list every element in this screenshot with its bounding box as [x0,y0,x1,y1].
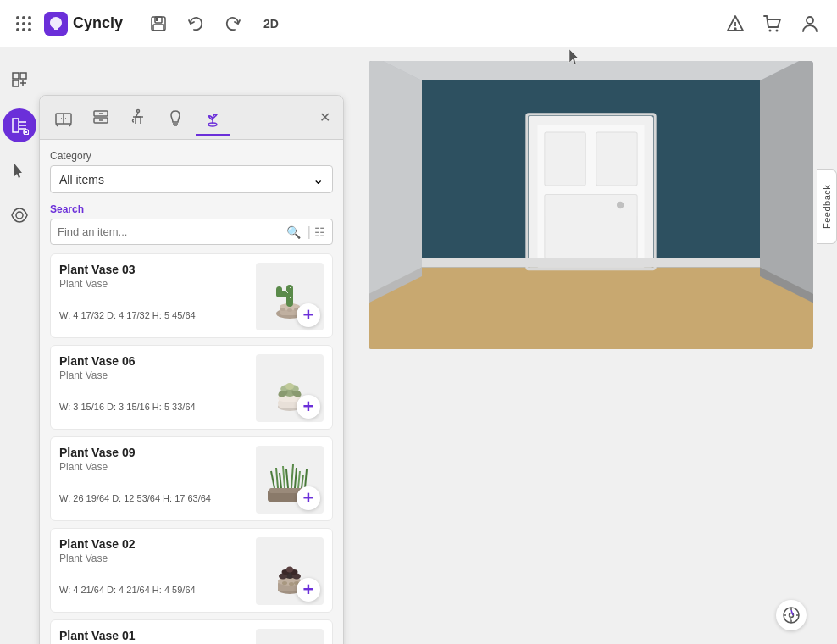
item-dims: W: 26 19/64 D: 12 53/64 H: 17 63/64 [59,493,256,503]
user-button[interactable] [793,7,827,41]
list-item: Plant Vase 09 Plant Vase W: 26 19/64 D: … [50,436,333,521]
item-name: Plant Vase 06 [59,354,256,368]
svg-line-75 [298,471,300,488]
item-dims: W: 4 17/32 D: 4 17/32 H: 5 45/64 [59,310,256,320]
catalog-button[interactable] [3,108,36,142]
item-info: Plant Vase 01 [59,629,256,642]
svg-point-2 [28,16,31,19]
draw-tool-button[interactable] [4,64,35,95]
svg-point-48 [280,308,285,311]
svg-line-68 [271,471,274,488]
svg-marker-95 [760,61,813,303]
item-subtype: Plant Vase [59,552,256,564]
svg-point-81 [282,581,287,585]
item-info: Plant Vase 06 Plant Vase W: 3 15/16 D: 3… [59,354,256,412]
compass-button[interactable] [776,600,807,630]
add-item-button[interactable]: + [297,578,320,602]
svg-line-72 [286,469,288,488]
item-subtype: Plant Vase [59,278,256,290]
svg-point-3 [16,22,19,25]
feedback-button[interactable]: Feedback [817,169,837,244]
svg-point-82 [289,582,294,586]
list-item: Plant Vase 03 Plant Vase W: 4 17/32 D: 4… [50,253,333,338]
panel-header: ✕ [40,96,343,140]
redo-button[interactable] [218,8,248,39]
list-item: Plant Vase 01 + [50,619,333,644]
item-name: Plant Vase 03 [59,263,256,276]
cart-button[interactable] [756,7,790,41]
tab-lighting[interactable] [158,101,192,135]
svg-rect-11 [153,25,164,31]
item-info: Plant Vase 09 Plant Vase W: 26 19/64 D: … [59,446,256,503]
svg-point-5 [28,22,31,25]
tab-plants[interactable] [196,101,230,135]
view-2d-button[interactable]: 2D [255,14,287,34]
view-button[interactable] [4,200,35,230]
svg-line-71 [283,466,285,488]
add-item-button[interactable]: + [297,395,320,419]
item-card-top: Plant Vase 09 Plant Vase W: 26 19/64 D: … [59,446,324,514]
item-card-top: Plant Vase 06 Plant Vase W: 3 15/16 D: 3… [59,354,324,422]
tab-furniture[interactable] [47,101,80,135]
svg-point-4 [22,22,25,25]
item-card-top: Plant Vase 03 Plant Vase W: 4 17/32 D: 4… [59,263,324,330]
svg-rect-23 [13,119,19,132]
svg-point-65 [285,383,294,390]
svg-line-69 [276,468,278,488]
svg-line-73 [291,464,293,488]
catalog-panel: ✕ Category All items ⌄ Search 🔍 | ☷ Plan… [39,95,344,644]
tab-storage[interactable] [84,101,118,135]
grid-menu-button[interactable] [10,10,37,37]
svg-line-114 [791,610,793,615]
svg-rect-18 [13,73,19,79]
add-item-button[interactable]: + [297,303,320,327]
svg-line-74 [295,468,297,488]
panel-close-button[interactable]: ✕ [313,106,336,130]
select-tool-button[interactable] [4,156,35,186]
svg-point-14 [734,28,736,30]
item-thumbnail: + [256,537,324,605]
svg-line-76 [302,475,303,488]
top-toolbar: Cyncly 2D [0,0,837,47]
svg-point-1 [22,16,25,19]
tab-plumbing[interactable] [121,101,155,135]
svg-point-17 [807,17,813,24]
category-select[interactable]: All items ⌄ [50,165,333,193]
svg-point-103 [617,202,624,208]
save-button[interactable] [143,8,174,39]
logo-icon [44,12,68,36]
items-list: Plant Vase 03 Plant Vase W: 4 17/32 D: 4… [50,253,333,644]
3d-viewport [369,61,813,349]
add-item-button[interactable]: + [297,486,320,510]
list-item: Plant Vase 02 Plant Vase W: 4 21/64 D: 4… [50,528,333,613]
viewport-inner [369,61,813,349]
warning-button[interactable] [718,7,752,41]
filter-icon[interactable]: ☷ [314,225,325,239]
search-icon: 🔍 [286,225,301,239]
item-name: Plant Vase 09 [59,446,256,459]
svg-point-30 [16,212,23,219]
list-item: Plant Vase 06 Plant Vase W: 3 15/16 D: 3… [50,345,333,430]
svg-rect-105 [422,258,760,268]
item-info: Plant Vase 03 Plant Vase W: 4 17/32 D: 4… [59,263,256,320]
chevron-down-icon: ⌄ [313,171,324,187]
item-dims: W: 3 15/16 D: 3 15/16 H: 5 33/64 [59,402,256,412]
svg-rect-101 [596,132,637,186]
item-card-top: Plant Vase 02 Plant Vase W: 4 21/64 D: 4… [59,537,324,605]
svg-rect-53 [276,286,282,297]
search-label: Search [50,203,333,215]
item-card-top: Plant Vase 01 + [59,629,324,644]
svg-marker-94 [369,61,422,303]
svg-rect-12 [156,18,158,21]
svg-line-115 [790,615,791,620]
search-input[interactable] [58,219,286,244]
svg-point-49 [287,308,292,312]
svg-line-70 [280,473,281,488]
category-label: Category [50,150,333,162]
svg-rect-19 [20,73,26,79]
svg-rect-100 [545,132,585,186]
svg-line-77 [305,469,307,488]
item-thumbnail: + [256,629,324,644]
svg-point-7 [22,28,25,31]
undo-button[interactable] [180,8,211,39]
